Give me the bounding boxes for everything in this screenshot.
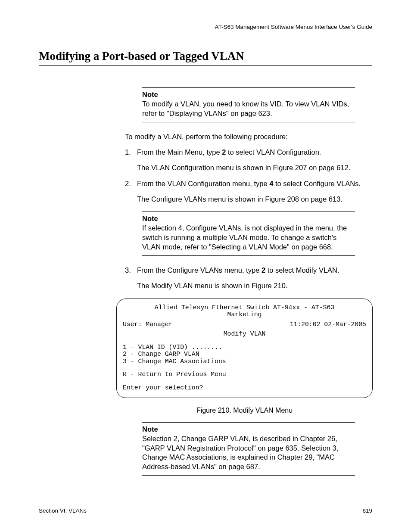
main-content: Note To modify a VLAN, you need to know … [125,87,372,291]
terminal-time: 11:20:02 02-Mar-2005 [290,321,366,328]
note-body: Selection 2, Change GARP VLAN, is descri… [142,434,355,472]
footer-section: Section VI: VLANs [39,507,87,514]
step-number: 1. [125,147,137,157]
terminal-line: Allied Telesyn Ethernet Switch AT-94xx -… [123,304,366,311]
step-post: to select Modify VLAN. [265,266,339,274]
step-2-follow: The Configure VLANs menu is shown in Fig… [137,194,372,204]
page-footer: Section VI: VLANs 619 [39,507,372,514]
page: AT-S63 Management Software Menus Interfa… [0,0,411,532]
step-pre: From the Configure VLANs menu, type [137,266,262,274]
note-label: Note [142,90,355,99]
step-post: to select VLAN Configuration. [226,148,321,156]
section-heading: Modifying a Port-based or Tagged VLAN [39,50,372,66]
note-block-2: Note If selection 4, Configure VLANs, is… [142,212,355,256]
step-3: 3. From the Configure VLANs menu, type 2… [125,265,372,275]
note-body: To modify a VLAN, you need to know its V… [142,100,355,118]
running-header: AT-S63 Management Software Menus Interfa… [39,24,372,30]
note-block-1: Note To modify a VLAN, you need to know … [142,87,355,122]
step-text: From the Configure VLANs menu, type 2 to… [137,265,372,275]
footer-page-number: 619 [362,507,372,514]
spacer [123,378,366,384]
step-text: From the VLAN Configuration menu, type 4… [137,179,372,188]
post-figure-content: Note Selection 2, Change GARP VLAN, is d… [125,422,372,476]
step-bold: 2 [222,148,226,156]
figure-caption: Figure 210. Modify VLAN Menu [116,407,373,414]
terminal-line: 1 - VLAN ID (VID) ........ [123,344,366,351]
step-bold: 2 [262,266,265,274]
step-1: 1. From the Main Menu, type 2 to select … [125,147,372,157]
spacer [123,338,366,344]
step-pre: From the VLAN Configuration menu, type [137,180,269,187]
terminal-line: Modify VLAN [123,330,366,338]
step-number: 2. [125,179,137,188]
step-1-follow: The VLAN Configuration menu is shown in … [137,163,372,172]
terminal-line: R - Return to Previous Menu [123,371,366,378]
step-2: 2. From the VLAN Configuration menu, typ… [125,179,372,188]
spacer [123,365,366,371]
terminal-screen: Allied Telesyn Ethernet Switch AT-94xx -… [116,299,373,398]
step-3-follow: The Modify VLAN menu is shown in Figure … [137,281,372,290]
intro-text: To modify a VLAN, perform the following … [125,132,372,141]
terminal-line: Enter your selection? [123,384,366,392]
terminal-figure: Allied Telesyn Ethernet Switch AT-94xx -… [116,299,373,398]
step-post: to select Configure VLANs. [273,180,361,187]
step-text: From the Main Menu, type 2 to select VLA… [137,147,372,157]
note-label: Note [142,425,355,433]
terminal-user: User: Manager [123,321,172,328]
terminal-line: User: Manager11:20:02 02-Mar-2005 [123,321,366,328]
terminal-line: 2 - Change GARP VLAN [123,351,366,358]
note-body: If selection 4, Configure VLANs, is not … [142,224,355,252]
note-block-3: Note Selection 2, Change GARP VLAN, is d… [142,422,355,476]
terminal-line: 3 - Change MAC Associations [123,358,366,365]
step-number: 3. [125,265,137,275]
terminal-line: Marketing [123,311,366,318]
step-pre: From the Main Menu, type [137,148,222,156]
note-label: Note [142,215,355,223]
